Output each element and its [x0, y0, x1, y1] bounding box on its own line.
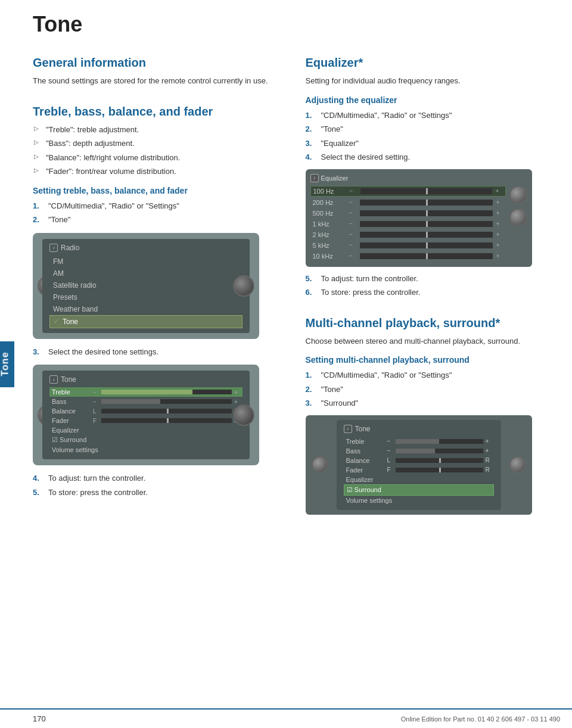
- step-text: Select the desired setting.: [321, 151, 411, 163]
- treble-steps-1-2: 1. "CD/Multimedia", "Radio" or "Settings…: [33, 200, 288, 226]
- tone-screen-title: ♪ Tone: [49, 375, 243, 384]
- eq-knob-left: [509, 186, 527, 204]
- surround-row-bass: Bass − +: [344, 446, 494, 456]
- list-item: 4. Select the desired setting.: [306, 151, 561, 163]
- tone-row-surround: ☑ Surround: [49, 435, 243, 445]
- step-num: 2.: [306, 384, 316, 396]
- eq-row-100hz: 100 Hz − +: [310, 186, 506, 197]
- page-number: 170: [33, 714, 46, 723]
- radio-menu-am: AM: [49, 267, 243, 279]
- eq-row-10khz: 10 kHz − +: [310, 251, 506, 261]
- eq-steps-5-6: 5. To adjust: turn the controller. 6. To…: [306, 273, 561, 298]
- radio-menu-weather: Weather band: [49, 303, 243, 315]
- radio-screen-mockup: ♪ Radio FM AM Satellite radio Presets We…: [33, 233, 259, 339]
- tone-row-balance: Balance L R: [49, 406, 243, 416]
- step-text: To store: press the controller.: [48, 487, 148, 499]
- step-text: To store: press the controller.: [321, 287, 421, 298]
- list-item: 3. Select the desired tone settings.: [33, 346, 288, 358]
- list-item: 1. "CD/Multimedia", "Radio" or "Settings…: [33, 200, 288, 212]
- tone-row-volume: Volume settings: [49, 445, 243, 455]
- right-knob: [233, 275, 254, 297]
- radio-screen-title: ♪ Radio: [49, 244, 243, 252]
- step3-list: 3. Select the desired tone settings.: [33, 346, 288, 358]
- eq-steps-list: 1. "CD/Multimedia", "Radio" or "Settings…: [306, 110, 561, 163]
- surround-row-treble: Treble − +: [344, 437, 494, 446]
- list-item: 4. To adjust: turn the controller.: [33, 472, 288, 484]
- step-num: 3.: [33, 346, 43, 358]
- equalizer-text: Setting for individual audio frequency r…: [306, 75, 561, 87]
- eq-knob-right: [509, 209, 527, 226]
- radio-icon: ♪: [49, 244, 58, 252]
- step-text: "CD/Multimedia", "Radio" or "Settings": [48, 200, 179, 212]
- right-knob-tone: [233, 405, 254, 426]
- surround-row-fader: Fader F R: [344, 465, 494, 475]
- left-column: General information The sound settings a…: [33, 55, 288, 521]
- step-num: 1.: [33, 200, 43, 212]
- eq-row-500hz: 500 Hz − +: [310, 209, 506, 218]
- treble-heading: Treble, bass, balance, and fader: [33, 104, 288, 119]
- list-item: 1. "CD/Multimedia", "Radio" or "Settings…: [306, 369, 561, 381]
- list-item: 3. "Equalizer": [306, 138, 561, 150]
- list-item: 2. "Tone": [33, 214, 288, 226]
- multichannel-heading: Multi-channel playback, surround*: [306, 315, 561, 331]
- radio-menu-fm: FM: [49, 256, 243, 267]
- eq-icon: ♪: [310, 174, 319, 182]
- right-column: Equalizer* Setting for individual audio …: [306, 55, 561, 521]
- equalizer-heading: Equalizer*: [306, 55, 561, 70]
- list-item: 3. "Surround": [306, 397, 561, 409]
- bullet-list: "Treble": treble adjustment. "Bass": dep…: [33, 124, 288, 178]
- setting-treble-heading: Setting treble, bass, balance, and fader: [33, 186, 288, 195]
- eq-row-5khz: 5 kHz − +: [310, 241, 506, 250]
- bullet-item: "Bass": depth adjustment.: [33, 138, 288, 150]
- bullet-item: "Balance": left/right volume distributio…: [33, 152, 288, 164]
- radio-menu-presets: Presets: [49, 291, 243, 303]
- general-info-heading: General information: [33, 55, 288, 70]
- step-num: 6.: [306, 287, 316, 298]
- list-item: 1. "CD/Multimedia", "Radio" or "Settings…: [306, 110, 561, 122]
- step-num: 1.: [306, 369, 316, 381]
- step-text: "Equalizer": [321, 138, 359, 150]
- step-text: "Tone": [321, 384, 343, 396]
- eq-label: 100 Hz: [313, 188, 346, 195]
- surround-knob-right: [509, 456, 526, 473]
- tone-row-treble: Treble − +: [49, 387, 243, 397]
- step-num: 2.: [33, 214, 43, 226]
- step-num: 2.: [306, 123, 316, 135]
- step-num: 1.: [306, 110, 316, 122]
- surround-row-volume: Volume settings: [344, 496, 494, 505]
- surround-heading: Setting multi-channel playback, surround: [306, 355, 561, 365]
- general-info-text: The sound settings are stored for the re…: [33, 75, 288, 87]
- step-text: "CD/Multimedia", "Radio" or "Settings": [321, 110, 452, 122]
- multichannel-text: Choose between stereo and multi-channel …: [306, 335, 561, 347]
- step-text: To adjust: turn the controller.: [48, 472, 145, 484]
- step-text: "CD/Multimedia", "Radio" or "Settings": [321, 369, 452, 381]
- surround-knob-left: [312, 456, 328, 473]
- step-num: 3.: [306, 138, 316, 150]
- footer-text: Online Edition for Part no. 01 40 2 606 …: [401, 715, 560, 723]
- tone-icon: ♪: [49, 375, 58, 384]
- surround-row-balance: Balance L R: [344, 456, 494, 465]
- checkmark-icon: ✓: [54, 318, 59, 325]
- surround-screen-title: ♪ Tone: [344, 425, 494, 433]
- list-item: 6. To store: press the controller.: [306, 287, 561, 298]
- surround-row-surround: ☑ Surround: [344, 484, 494, 496]
- radio-menu-tone: ✓ Tone: [49, 315, 243, 328]
- step-text: "Surround": [321, 397, 359, 409]
- side-tab: Tone: [0, 341, 14, 387]
- eq-screen-title: ♪ Equalizer: [310, 174, 506, 182]
- eq-row-2khz: 2 kHz − +: [310, 230, 506, 239]
- step-text: Select the desired tone settings.: [48, 346, 158, 358]
- list-item: 2. "Tone": [306, 123, 561, 135]
- list-item: 5. To adjust: turn the controller.: [306, 273, 561, 285]
- equalizer-screen: ♪ Equalizer 100 Hz − +: [306, 169, 532, 267]
- list-item: 5. To store: press the controller.: [33, 487, 288, 499]
- step-num: 4.: [306, 151, 316, 163]
- surround-screen-mockup: ♪ Tone Treble − + Bass: [306, 415, 532, 515]
- tone-row-equalizer: Equalizer: [49, 425, 243, 435]
- tone-screen-mockup: ♪ Tone Treble − +: [33, 365, 259, 465]
- surround-steps: 1. "CD/Multimedia", "Radio" or "Settings…: [306, 369, 561, 409]
- tone-row-fader: Fader F R: [49, 416, 243, 425]
- surround-row-equalizer: Equalizer: [344, 475, 494, 484]
- bullet-item: "Treble": treble adjustment.: [33, 124, 288, 136]
- adjusting-eq-heading: Adjusting the equalizer: [306, 95, 561, 105]
